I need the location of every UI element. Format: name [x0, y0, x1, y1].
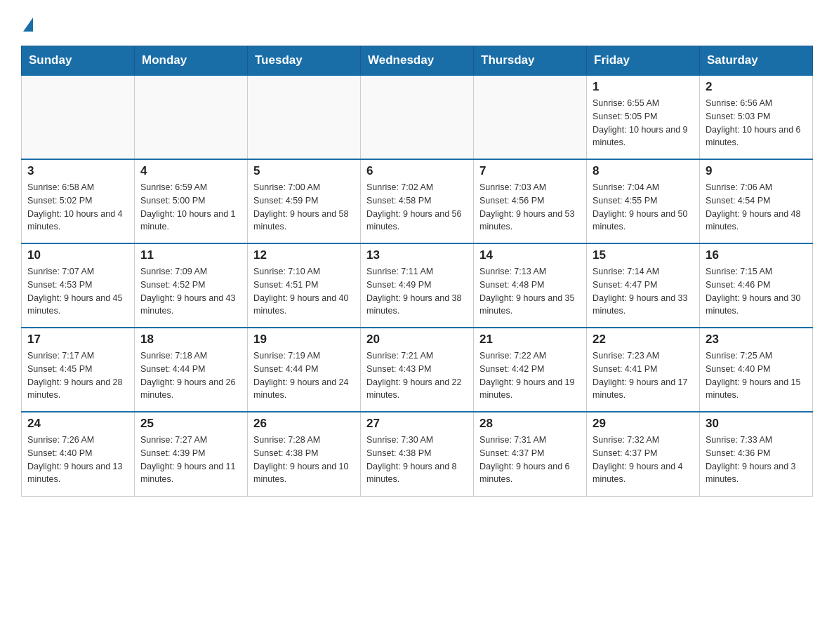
calendar-cell: 5Sunrise: 7:00 AM Sunset: 4:59 PM Daylig…: [248, 159, 361, 243]
day-info: Sunrise: 6:55 AM Sunset: 5:05 PM Dayligh…: [593, 97, 694, 149]
day-number: 23: [706, 333, 807, 347]
calendar-cell: 10Sunrise: 7:07 AM Sunset: 4:53 PM Dayli…: [22, 243, 135, 328]
calendar-cell: 27Sunrise: 7:30 AM Sunset: 4:38 PM Dayli…: [361, 412, 474, 496]
day-info: Sunrise: 7:11 AM Sunset: 4:49 PM Dayligh…: [366, 265, 468, 318]
day-info: Sunrise: 6:58 AM Sunset: 5:02 PM Dayligh…: [27, 181, 128, 234]
page-header: [21, 14, 813, 32]
calendar-week-row: 3Sunrise: 6:58 AM Sunset: 5:02 PM Daylig…: [22, 159, 813, 243]
day-number: 21: [479, 333, 581, 347]
day-number: 26: [253, 417, 355, 431]
day-number: 3: [27, 164, 128, 178]
day-of-week-header: Saturday: [700, 46, 813, 76]
day-number: 8: [593, 164, 694, 178]
calendar-cell: 26Sunrise: 7:28 AM Sunset: 4:38 PM Dayli…: [248, 412, 361, 496]
day-info: Sunrise: 7:18 AM Sunset: 4:44 PM Dayligh…: [140, 349, 241, 402]
day-info: Sunrise: 7:17 AM Sunset: 4:45 PM Dayligh…: [27, 349, 128, 402]
day-number: 6: [366, 164, 468, 178]
day-number: 25: [140, 417, 241, 431]
day-info: Sunrise: 7:06 AM Sunset: 4:54 PM Dayligh…: [706, 181, 807, 234]
calendar-cell: 29Sunrise: 7:32 AM Sunset: 4:37 PM Dayli…: [587, 412, 700, 496]
calendar-cell: [361, 75, 474, 159]
calendar-week-row: 17Sunrise: 7:17 AM Sunset: 4:45 PM Dayli…: [22, 328, 813, 412]
calendar-cell: 16Sunrise: 7:15 AM Sunset: 4:46 PM Dayli…: [700, 243, 813, 328]
day-info: Sunrise: 7:26 AM Sunset: 4:40 PM Dayligh…: [27, 434, 128, 486]
calendar-cell: [248, 75, 361, 159]
day-info: Sunrise: 7:23 AM Sunset: 4:41 PM Dayligh…: [593, 349, 694, 402]
calendar-cell: 8Sunrise: 7:04 AM Sunset: 4:55 PM Daylig…: [587, 159, 700, 243]
calendar-cell: 13Sunrise: 7:11 AM Sunset: 4:49 PM Dayli…: [361, 243, 474, 328]
calendar-cell: 19Sunrise: 7:19 AM Sunset: 4:44 PM Dayli…: [248, 328, 361, 412]
calendar-cell: 17Sunrise: 7:17 AM Sunset: 4:45 PM Dayli…: [22, 328, 135, 412]
day-info: Sunrise: 7:03 AM Sunset: 4:56 PM Dayligh…: [479, 181, 581, 234]
calendar-cell: [474, 75, 587, 159]
day-info: Sunrise: 7:10 AM Sunset: 4:51 PM Dayligh…: [253, 265, 355, 318]
calendar-cell: 20Sunrise: 7:21 AM Sunset: 4:43 PM Dayli…: [361, 328, 474, 412]
calendar-cell: 30Sunrise: 7:33 AM Sunset: 4:36 PM Dayli…: [700, 412, 813, 496]
calendar-cell: 12Sunrise: 7:10 AM Sunset: 4:51 PM Dayli…: [248, 243, 361, 328]
day-info: Sunrise: 7:28 AM Sunset: 4:38 PM Dayligh…: [253, 434, 355, 486]
calendar-cell: 22Sunrise: 7:23 AM Sunset: 4:41 PM Dayli…: [587, 328, 700, 412]
calendar-cell: 21Sunrise: 7:22 AM Sunset: 4:42 PM Dayli…: [474, 328, 587, 412]
day-number: 15: [593, 248, 694, 262]
day-info: Sunrise: 7:32 AM Sunset: 4:37 PM Dayligh…: [593, 434, 694, 486]
day-info: Sunrise: 6:59 AM Sunset: 5:00 PM Dayligh…: [140, 181, 241, 234]
day-info: Sunrise: 7:25 AM Sunset: 4:40 PM Dayligh…: [706, 349, 807, 402]
day-of-week-header: Friday: [587, 46, 700, 76]
calendar-cell: 1Sunrise: 6:55 AM Sunset: 5:05 PM Daylig…: [587, 75, 700, 159]
day-number: 10: [27, 248, 128, 262]
day-number: 13: [366, 248, 468, 262]
day-of-week-header: Sunday: [22, 46, 135, 76]
day-info: Sunrise: 7:00 AM Sunset: 4:59 PM Dayligh…: [253, 181, 355, 234]
day-of-week-header: Monday: [135, 46, 248, 76]
calendar-cell: [22, 75, 135, 159]
day-number: 14: [479, 248, 581, 262]
day-number: 18: [140, 333, 241, 347]
day-number: 20: [366, 333, 468, 347]
day-number: 4: [140, 164, 241, 178]
calendar-cell: 28Sunrise: 7:31 AM Sunset: 4:37 PM Dayli…: [474, 412, 587, 496]
day-of-week-header: Wednesday: [361, 46, 474, 76]
day-info: Sunrise: 7:30 AM Sunset: 4:38 PM Dayligh…: [366, 434, 468, 486]
calendar-week-row: 1Sunrise: 6:55 AM Sunset: 5:05 PM Daylig…: [22, 75, 813, 159]
day-number: 1: [593, 80, 694, 94]
calendar-week-row: 10Sunrise: 7:07 AM Sunset: 4:53 PM Dayli…: [22, 243, 813, 328]
day-number: 12: [253, 248, 355, 262]
calendar-cell: 9Sunrise: 7:06 AM Sunset: 4:54 PM Daylig…: [700, 159, 813, 243]
day-number: 27: [366, 417, 468, 431]
day-info: Sunrise: 7:13 AM Sunset: 4:48 PM Dayligh…: [479, 265, 581, 318]
calendar-cell: 23Sunrise: 7:25 AM Sunset: 4:40 PM Dayli…: [700, 328, 813, 412]
day-number: 5: [253, 164, 355, 178]
day-info: Sunrise: 7:22 AM Sunset: 4:42 PM Dayligh…: [479, 349, 581, 402]
day-info: Sunrise: 7:15 AM Sunset: 4:46 PM Dayligh…: [706, 265, 807, 318]
calendar-cell: 3Sunrise: 6:58 AM Sunset: 5:02 PM Daylig…: [22, 159, 135, 243]
day-of-week-header: Tuesday: [248, 46, 361, 76]
day-info: Sunrise: 6:56 AM Sunset: 5:03 PM Dayligh…: [706, 97, 807, 149]
calendar-cell: [135, 75, 248, 159]
calendar-cell: 14Sunrise: 7:13 AM Sunset: 4:48 PM Dayli…: [474, 243, 587, 328]
day-number: 2: [706, 80, 807, 94]
day-of-week-header: Thursday: [474, 46, 587, 76]
calendar-week-row: 24Sunrise: 7:26 AM Sunset: 4:40 PM Dayli…: [22, 412, 813, 496]
calendar-cell: 11Sunrise: 7:09 AM Sunset: 4:52 PM Dayli…: [135, 243, 248, 328]
day-number: 28: [479, 417, 581, 431]
day-info: Sunrise: 7:21 AM Sunset: 4:43 PM Dayligh…: [366, 349, 468, 402]
calendar-cell: 7Sunrise: 7:03 AM Sunset: 4:56 PM Daylig…: [474, 159, 587, 243]
day-number: 16: [706, 248, 807, 262]
day-info: Sunrise: 7:14 AM Sunset: 4:47 PM Dayligh…: [593, 265, 694, 318]
day-number: 19: [253, 333, 355, 347]
day-number: 9: [706, 164, 807, 178]
day-info: Sunrise: 7:02 AM Sunset: 4:58 PM Dayligh…: [366, 181, 468, 234]
day-number: 29: [593, 417, 694, 431]
day-info: Sunrise: 7:33 AM Sunset: 4:36 PM Dayligh…: [706, 434, 807, 486]
calendar-cell: 4Sunrise: 6:59 AM Sunset: 5:00 PM Daylig…: [135, 159, 248, 243]
day-number: 17: [27, 333, 128, 347]
day-info: Sunrise: 7:31 AM Sunset: 4:37 PM Dayligh…: [479, 434, 581, 486]
calendar-cell: 24Sunrise: 7:26 AM Sunset: 4:40 PM Dayli…: [22, 412, 135, 496]
calendar-header-row: SundayMondayTuesdayWednesdayThursdayFrid…: [22, 46, 813, 76]
day-number: 7: [479, 164, 581, 178]
day-info: Sunrise: 7:27 AM Sunset: 4:39 PM Dayligh…: [140, 434, 241, 486]
calendar-cell: 25Sunrise: 7:27 AM Sunset: 4:39 PM Dayli…: [135, 412, 248, 496]
calendar-cell: 6Sunrise: 7:02 AM Sunset: 4:58 PM Daylig…: [361, 159, 474, 243]
day-info: Sunrise: 7:19 AM Sunset: 4:44 PM Dayligh…: [253, 349, 355, 402]
day-number: 24: [27, 417, 128, 431]
